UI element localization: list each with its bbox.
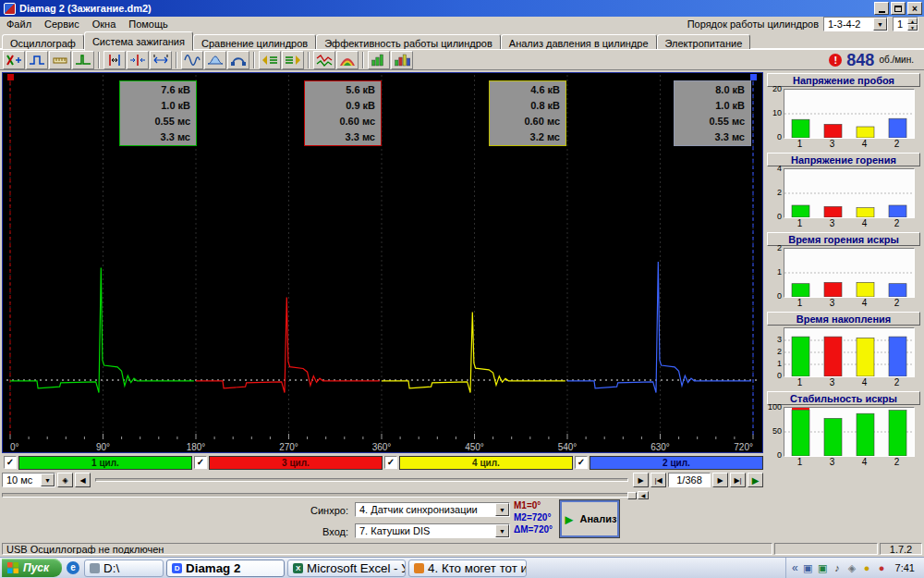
- task-button-ddrive[interactable]: D:\: [84, 560, 164, 577]
- waveforms-icon[interactable]: [313, 51, 335, 69]
- panel-chart-burn-voltage: Напряжение горения0241342: [767, 153, 920, 228]
- chart-y-axis: 050100: [767, 407, 784, 457]
- tab-bar: ОсциллографСистема зажиганияСравнение ци…: [0, 31, 924, 49]
- cylinder-label-bar[interactable]: 3 цил.: [209, 456, 383, 470]
- align-markers-icon[interactable]: [103, 51, 126, 69]
- cylinder-label-bar[interactable]: 4 цил.: [399, 456, 573, 470]
- svg-text:180°: 180°: [187, 442, 206, 452]
- chart-plot: [784, 248, 915, 298]
- toolbar-separator: [176, 52, 177, 68]
- measure-ruler-icon[interactable]: [49, 51, 71, 69]
- task-button-diamag[interactable]: DDiamag 2: [166, 560, 285, 577]
- green-bars-icon[interactable]: [368, 51, 390, 69]
- chevron-down-icon[interactable]: ▼: [873, 18, 887, 31]
- measurement-value: 1.0 кВ: [675, 98, 745, 114]
- y-tick-label: 0: [777, 133, 782, 141]
- multi-bars-icon[interactable]: [391, 51, 413, 69]
- y-tick-label: 50: [772, 427, 782, 436]
- input-source-select[interactable]: 7. Катушки DIS ▼: [355, 523, 510, 538]
- pulse-level-icon[interactable]: [72, 51, 94, 69]
- oscilloscope-view[interactable]: 0°90°180°270°360°450°540°630°720° 7.6 кВ…: [2, 72, 763, 453]
- marker-width-icon[interactable]: [150, 51, 172, 69]
- x-tick-label: 1: [784, 457, 816, 467]
- tray-volume-icon[interactable]: ♪: [832, 562, 844, 574]
- minimize-button[interactable]: [874, 2, 889, 15]
- svg-text:630°: 630°: [650, 442, 670, 452]
- menu-item-help[interactable]: Помощь: [122, 18, 175, 31]
- tray-network-icon[interactable]: ▣: [817, 562, 829, 574]
- tray-usb-icon[interactable]: ◈: [846, 562, 858, 574]
- taskbar: Пуск e D:\DDiamag 2XMicrosoft Excel - Уч…: [0, 557, 924, 578]
- scroll-right-button[interactable]: ▶: [633, 473, 649, 487]
- start-button[interactable]: Пуск: [2, 559, 62, 577]
- chevron-down-icon[interactable]: ▼: [495, 524, 509, 537]
- play-frames-button[interactable]: ▶: [748, 473, 763, 487]
- analyze-button[interactable]: ► Анализ: [560, 500, 619, 537]
- next-frame-button[interactable]: ▶: [712, 473, 728, 487]
- timebase-select[interactable]: 10 мс ▼: [2, 473, 55, 487]
- cylinder-label-bar[interactable]: 2 цил.: [590, 456, 763, 470]
- tray-display-icon[interactable]: ▣: [802, 562, 814, 574]
- menu-item-service[interactable]: Сервис: [38, 18, 86, 31]
- close-button[interactable]: ×: [907, 2, 922, 15]
- cylinder-checkbox-1[interactable]: ✓: [4, 456, 17, 469]
- shift-right-icon[interactable]: [282, 51, 304, 69]
- cylinder-checkbox-4[interactable]: ✓: [575, 456, 588, 469]
- measurement-value: 3.3 мс: [120, 129, 190, 145]
- cylinder-label-bar[interactable]: 1 цил.: [18, 456, 192, 470]
- shift-left-icon[interactable]: [259, 51, 281, 69]
- minimize-icon: [879, 11, 885, 13]
- spin-up-icon[interactable]: ▲: [907, 18, 918, 24]
- spin-down-icon[interactable]: ▼: [907, 24, 918, 31]
- tray-chevron-icon[interactable]: «: [792, 561, 798, 574]
- task-button-excel[interactable]: XMicrosoft Excel - Учёт р...: [287, 560, 406, 577]
- sync-source-select[interactable]: 4. Датчик синхронизации ▼: [355, 502, 510, 517]
- toolbar-separator: [253, 52, 255, 68]
- ignition-waveform-chart: 0°90°180°270°360°450°540°630°720°: [3, 73, 762, 452]
- maximize-button[interactable]: [891, 2, 906, 15]
- chevron-down-icon[interactable]: ▼: [495, 503, 509, 516]
- chart-y-axis: 01020: [767, 89, 784, 139]
- signal-area-icon[interactable]: [204, 51, 226, 69]
- center-marker-icon[interactable]: [127, 51, 149, 69]
- scroll-left-button[interactable]: ◀: [75, 473, 91, 487]
- x-tick-label: 1: [784, 377, 816, 387]
- spectrum-icon[interactable]: [336, 51, 359, 69]
- smooth-signal-icon[interactable]: [181, 51, 203, 69]
- first-frame-button[interactable]: |◀: [650, 473, 666, 487]
- cursor-cross-icon[interactable]: [3, 51, 25, 69]
- app-version: 1.7.2: [880, 543, 922, 555]
- marker-mode-button[interactable]: ◈: [57, 473, 73, 487]
- menu-item-file[interactable]: Файл: [0, 18, 38, 31]
- tab-ignition-system[interactable]: Система зажигания: [84, 31, 193, 51]
- firing-order-select[interactable]: 1-3-4-2 ▼: [823, 17, 888, 31]
- firing-order-label: Порядок работы цилиндров: [687, 18, 819, 30]
- cylinder-checkbox-2[interactable]: ✓: [194, 456, 207, 469]
- task-button-icon: X: [293, 563, 303, 573]
- measurement-value: 3.3 мс: [305, 129, 375, 145]
- task-button-chat[interactable]: 4. Кто могет тот и Маг...: [408, 560, 527, 577]
- last-frame-button[interactable]: ▶|: [730, 473, 746, 487]
- timebase-scrollbar[interactable]: [95, 478, 628, 482]
- y-tick-label: 0: [777, 372, 782, 380]
- parameters-panel: Напряжение пробоя010201342Напряжение гор…: [765, 72, 922, 490]
- measurement-value: 7.6 кВ: [120, 82, 190, 98]
- app-window: Diamag 2 (Зажигание.dm2) × ФайлСервисОкн…: [0, 0, 924, 557]
- tray-scheduler-icon[interactable]: ●: [861, 562, 873, 574]
- x-tick-label: 4: [848, 457, 881, 467]
- tray-antivirus-icon[interactable]: ●: [876, 562, 888, 574]
- cylinder-legend-row: ✓1 цил.✓3 цил.✓4 цил.✓2 цил.: [2, 455, 763, 470]
- cylinder-checkbox-3[interactable]: ✓: [384, 456, 397, 469]
- y-tick-label: 0: [777, 213, 782, 221]
- timebase-row: 10 мс ▼ ◈◀ ▶|◀ 1/368 ▶▶|▶: [2, 472, 763, 488]
- signal-front-icon[interactable]: [26, 51, 48, 69]
- menu-item-windows[interactable]: Окна: [86, 18, 123, 31]
- measurement-value: 0.60 мс: [490, 114, 560, 129]
- x-tick-label: 2: [881, 457, 913, 467]
- chevron-down-icon[interactable]: ▼: [41, 473, 55, 486]
- task-button-label: Microsoft Excel - Учёт р...: [307, 561, 406, 575]
- quicklaunch-browser-icon[interactable]: e: [67, 561, 79, 574]
- cylinder-count-spinner[interactable]: 1 ▲ ▼: [893, 17, 918, 31]
- input-source-value: 7. Катушки DIS: [356, 525, 495, 536]
- signal-filter-icon[interactable]: [227, 51, 249, 69]
